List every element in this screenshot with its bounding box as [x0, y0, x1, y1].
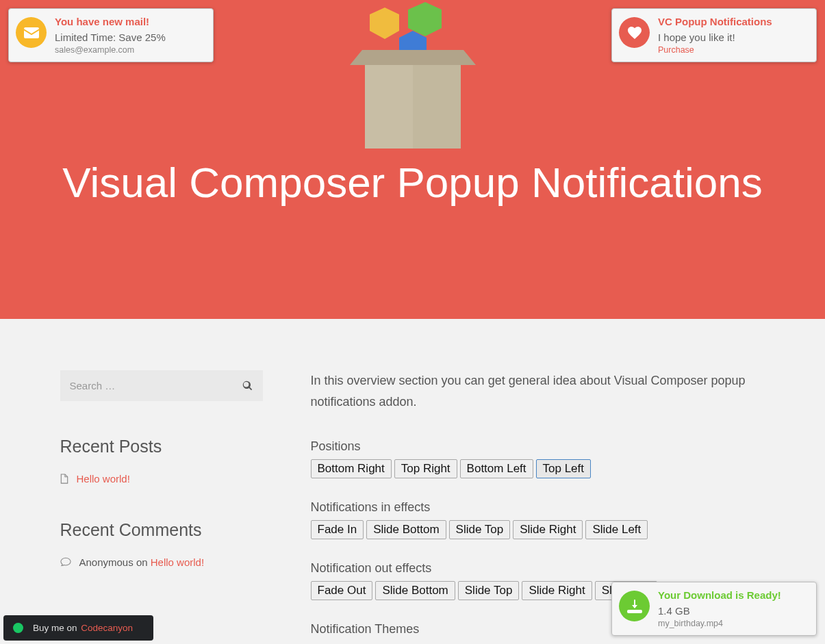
status-dot-icon: [13, 623, 23, 633]
notification-bottom-right[interactable]: Your Download is Ready! 1.4 GB my_birthd…: [611, 582, 817, 636]
in-effects-row: Fade InSlide BottomSlide TopSlide RightS…: [311, 520, 765, 539]
positions-label: Positions: [311, 439, 765, 454]
notification-subtitle: I hope you like it!: [658, 31, 772, 43]
option-button[interactable]: Slide Top: [449, 520, 511, 539]
option-button[interactable]: Slide Bottom: [375, 581, 455, 600]
comment-text: Anonymous on Hello world!: [79, 556, 205, 568]
option-button[interactable]: Slide Left: [585, 520, 648, 539]
svg-marker-0: [370, 8, 399, 39]
hero-title: Visual Composer Popup Notifications: [0, 157, 825, 208]
svg-marker-3: [350, 50, 413, 65]
search-input[interactable]: [60, 380, 232, 391]
recent-post-link[interactable]: Hello world!: [77, 473, 130, 485]
notification-title: VC Popup Notifications: [658, 16, 772, 29]
notification-meta: Purchase: [658, 45, 772, 55]
buy-bar[interactable]: Buy me on Codecanyon: [3, 615, 153, 641]
search-icon: [242, 381, 253, 391]
envelope-icon: [16, 17, 47, 48]
comment-icon: [60, 557, 71, 567]
notification-top-right[interactable]: VC Popup Notifications I hope you like i…: [611, 8, 817, 62]
file-icon: [60, 474, 68, 484]
notification-body: Your Download is Ready! 1.4 GB my_birthd…: [658, 589, 781, 628]
intro-text: In this overview section you can get gen…: [311, 370, 765, 412]
sidebar: Recent Posts Hello world! Recent Comment…: [60, 370, 263, 642]
option-button[interactable]: Top Left: [536, 459, 592, 478]
notification-top-left[interactable]: You have new mail! Limited Time: Save 25…: [8, 8, 214, 62]
positions-row: Bottom RightTop RightBottom LeftTop Left: [311, 459, 765, 478]
in-effects-label: Notifications in effects: [311, 500, 765, 515]
recent-comment-item: Anonymous on Hello world!: [60, 556, 263, 568]
option-button[interactable]: Fade In: [311, 520, 364, 539]
recent-comments-title: Recent Comments: [60, 520, 263, 540]
option-button[interactable]: Bottom Right: [311, 459, 392, 478]
svg-rect-6: [365, 65, 413, 149]
option-button[interactable]: Fade Out: [311, 581, 373, 600]
option-button[interactable]: Slide Bottom: [366, 520, 446, 539]
recent-posts-title: Recent Posts: [60, 437, 263, 456]
notification-title: You have new mail!: [55, 16, 166, 29]
search-box: [60, 370, 263, 401]
notification-subtitle: 1.4 GB: [658, 605, 781, 617]
notification-meta: sales@example.com: [55, 45, 166, 55]
notification-title: Your Download is Ready!: [658, 589, 781, 602]
option-button[interactable]: Bottom Left: [460, 459, 533, 478]
notification-body: You have new mail! Limited Time: Save 25…: [55, 16, 166, 55]
recent-post-item: Hello world!: [60, 473, 263, 485]
notification-meta: my_birthday.mp4: [658, 619, 781, 628]
out-effects-label: Notification out effects: [311, 561, 765, 576]
notification-body: VC Popup Notifications I hope you like i…: [658, 16, 772, 55]
option-button[interactable]: Slide Top: [458, 581, 520, 600]
search-button[interactable]: [232, 370, 263, 401]
notification-subtitle: Limited Time: Save 25%: [55, 31, 166, 43]
download-icon: [619, 591, 650, 621]
comment-link[interactable]: Hello world!: [151, 556, 204, 568]
option-button[interactable]: Top Right: [394, 459, 457, 478]
buy-bar-text: Buy me on Codecanyon: [33, 623, 133, 633]
codecanyon-link[interactable]: Codecanyon: [81, 623, 133, 633]
heart-icon: [619, 17, 650, 48]
svg-marker-4: [413, 50, 476, 65]
option-button[interactable]: Slide Right: [522, 581, 592, 600]
option-button[interactable]: Slide Right: [513, 520, 583, 539]
